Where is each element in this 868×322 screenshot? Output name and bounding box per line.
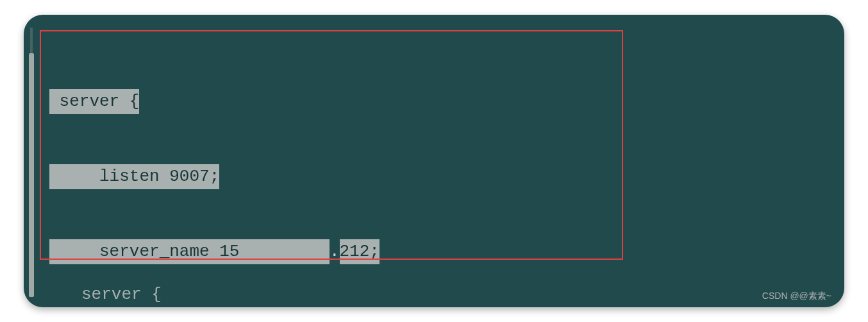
code-text: server {: [49, 89, 139, 114]
code-line-2: listen 9007;: [49, 164, 610, 189]
code-text: server_name 15: [49, 239, 239, 264]
code-line-3: server_name 15 .212;: [49, 239, 610, 264]
code-line-1: server {: [49, 89, 610, 114]
code-content: server { listen 9007; server_name 15 .21…: [49, 39, 610, 307]
code-line-bottom: server {: [81, 285, 162, 304]
redacted: [239, 239, 329, 264]
terminal-window: server { listen 9007; server_name 15 .21…: [24, 15, 844, 307]
scrollbar-thumb[interactable]: [29, 53, 34, 297]
code-text: 212;: [340, 239, 380, 264]
redacted-dot: .: [330, 239, 340, 264]
code-text: listen 9007;: [49, 164, 219, 189]
watermark: CSDN @@素素~: [762, 291, 831, 302]
